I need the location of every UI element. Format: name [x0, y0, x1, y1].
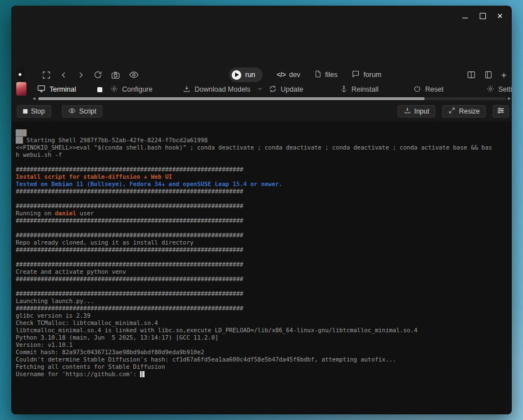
- split-view-button[interactable]: [467, 70, 476, 79]
- scroll-right-arrow[interactable]: ▸: [508, 95, 511, 101]
- terminal-line: [16, 283, 510, 290]
- stop-button[interactable]: Stop: [17, 105, 51, 118]
- monitor-icon: [37, 84, 46, 94]
- desktop-background: { "window": { "controls": { "close_glyph…: [0, 0, 523, 420]
- action-left-group: Stop Script: [17, 105, 102, 118]
- tab-terminal-label: Terminal: [49, 85, 76, 93]
- tab-update[interactable]: Update: [269, 82, 303, 97]
- screenshot-button[interactable]: [111, 70, 120, 80]
- file-icon: [314, 70, 322, 80]
- terminal-line: Install script for stable-diffusion + We…: [16, 173, 510, 180]
- notebook-button[interactable]: [484, 70, 493, 79]
- scrollbar-thumb[interactable]: [38, 97, 425, 100]
- terminal-line: ########################################…: [16, 305, 510, 312]
- tab-reset-label: Reset: [425, 85, 444, 93]
- terminal-line: [16, 224, 510, 232]
- visibility-button[interactable]: [129, 70, 139, 80]
- resize-button[interactable]: Resize: [442, 105, 486, 118]
- tab-download-models[interactable]: Download Models: [183, 82, 263, 97]
- maximize-icon: [480, 13, 486, 19]
- app-avatar[interactable]: [16, 82, 26, 96]
- dev-label: dev: [289, 71, 300, 79]
- terminal-line: Commit hash: 82a973c04367123ae98bd9abdf8…: [16, 349, 510, 356]
- terminal-line: ########################################…: [16, 202, 510, 210]
- app-window: ✕: [11, 6, 512, 414]
- window-controls: ✕: [461, 11, 504, 21]
- plus-icon: +: [501, 70, 507, 80]
- app-toolbar: Terminal Configure Download Models Updat…: [11, 82, 512, 97]
- fullscreen-icon: [42, 70, 51, 80]
- terminal-line: Tested on Debian 11 (Bullseye), Fedora 3…: [16, 180, 510, 188]
- run-button[interactable]: run: [229, 67, 263, 82]
- terminal-line: glibc version is 2.39: [16, 312, 510, 319]
- new-tab-button[interactable]: +: [501, 70, 507, 80]
- input-button[interactable]: Input: [398, 105, 436, 118]
- terminal-line: libtcmalloc_minimal.so.4 is linked with …: [16, 327, 510, 334]
- terminal-line: Version: v1.10.1: [16, 341, 510, 349]
- forum-button[interactable]: forum: [351, 70, 381, 80]
- resize-label: Resize: [459, 107, 480, 115]
- pinokio-logo[interactable]: [16, 67, 31, 82]
- terminal-line: ########################################…: [16, 276, 510, 283]
- script-button[interactable]: Script: [62, 105, 103, 118]
- terminal-line: Username for 'https://github.com':: [16, 371, 510, 378]
- chevron-left-icon: [60, 71, 68, 79]
- tab-terminal[interactable]: Terminal: [37, 82, 102, 97]
- toolbar-scrollbar: ◂ ▸: [11, 97, 512, 101]
- window-titlebar: ✕: [11, 6, 512, 26]
- terminal-cursor: [140, 371, 145, 377]
- terminal-line: Check TCMalloc: libtcmalloc_minimal.so.4: [16, 319, 510, 327]
- terminal-line: [16, 159, 510, 166]
- terminal-output[interactable]: █████ Starting Shell 2987f7bb-52ab-42fe-…: [11, 121, 512, 414]
- terminal-line: ########################################…: [16, 232, 510, 239]
- reset-icon: [413, 85, 421, 94]
- minimize-button[interactable]: [461, 12, 469, 20]
- resize-icon: [448, 107, 456, 116]
- scrollbar-track[interactable]: [38, 97, 506, 100]
- tab-settings-label: Settings: [498, 85, 512, 93]
- tab-reinstall-label: Reinstall: [351, 85, 378, 93]
- terminal-line: Launching launch.py...: [16, 297, 510, 305]
- terminal-line: Create and activate python venv: [16, 268, 510, 276]
- back-button[interactable]: [60, 71, 68, 79]
- minimize-icon: [462, 17, 468, 19]
- camera-icon: [111, 70, 120, 80]
- close-icon: ✕: [497, 12, 503, 20]
- anchor-icon: [340, 85, 348, 94]
- run-label: run: [245, 71, 255, 79]
- tab-reset[interactable]: Reset: [413, 82, 444, 97]
- action-right-group: Input Resize: [398, 105, 509, 118]
- terminal-line: Couldn't determine Stable Diffusion's ha…: [16, 356, 510, 363]
- tab-update-label: Update: [281, 85, 303, 93]
- forum-label: forum: [363, 71, 381, 79]
- terminal-line: ########################################…: [16, 166, 510, 173]
- gear-icon: [110, 85, 118, 94]
- sliders-icon: [497, 106, 505, 116]
- close-button[interactable]: ✕: [496, 12, 504, 20]
- tab-configure-label: Configure: [122, 85, 152, 93]
- refresh-icon: [269, 85, 277, 94]
- terminal-line: [16, 195, 510, 202]
- scroll-left-arrow[interactable]: ◂: [33, 95, 35, 101]
- files-button[interactable]: files: [314, 70, 337, 80]
- tab-configure[interactable]: Configure: [110, 82, 152, 97]
- terminal-line: ██ Starting Shell 2987f7bb-52ab-42fe-822…: [16, 137, 510, 144]
- dev-button[interactable]: </> dev: [277, 71, 300, 79]
- chevron-down-icon: [256, 85, 263, 94]
- terminal-line: Repo already cloned, using it as install…: [16, 239, 510, 246]
- chat-bubble-icon: [351, 70, 360, 80]
- running-indicator-icon: [97, 87, 102, 92]
- stop-icon: [23, 109, 28, 114]
- tab-reinstall[interactable]: Reinstall: [340, 82, 378, 97]
- terminal-line: Running on daniel user: [16, 210, 510, 217]
- tab-download-models-label: Download Models: [195, 85, 250, 93]
- terminal-line: <<PINOKIO_SHELL>>eval "$(conda shell.bas…: [16, 144, 510, 151]
- maximize-button[interactable]: [479, 12, 486, 20]
- forward-button[interactable]: [76, 71, 85, 79]
- input-icon: [404, 107, 411, 116]
- fullscreen-button[interactable]: [42, 70, 51, 80]
- eye-icon: [68, 107, 76, 116]
- terminal-settings-button[interactable]: [493, 105, 509, 118]
- reload-button[interactable]: [93, 70, 102, 79]
- chevron-right-icon: [76, 71, 85, 79]
